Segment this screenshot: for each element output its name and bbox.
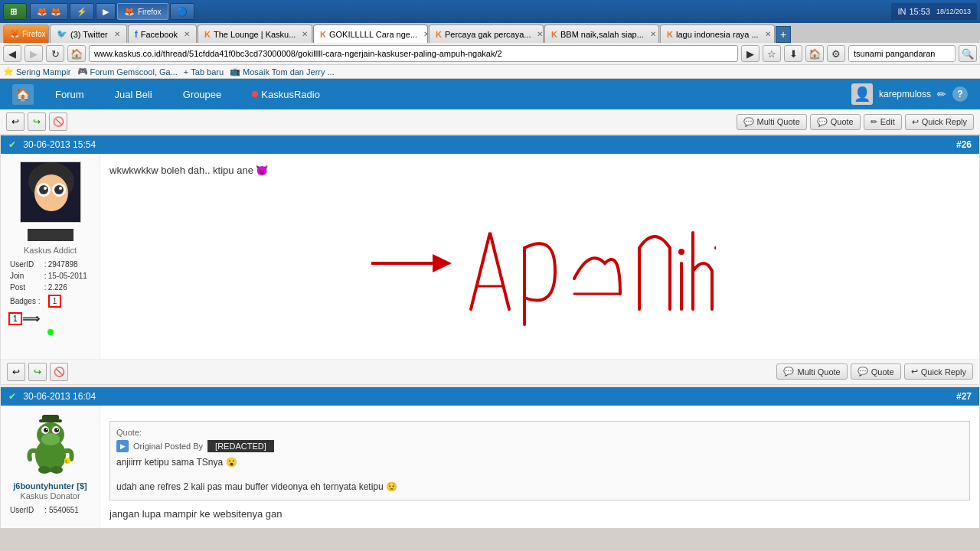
post-26-actions-bottom: ↩ ↪ 🚫 💬 Multi Quote 💬 Quote ↩ Qu — [1, 359, 979, 384]
start-button[interactable]: ⊞ — [3, 3, 27, 20]
quote-p26-button[interactable]: 💬 Quote — [851, 364, 901, 380]
qr-p26-icon: ↩ — [911, 367, 918, 377]
nav-kaskus-radio[interactable]: KaskusRadio — [243, 84, 329, 105]
multi-quote-top-label: Multi Quote — [757, 117, 800, 126]
svg-marker-10 — [433, 254, 452, 272]
top-action-bar: ↩ ↪ 🚫 💬 Multi Quote 💬 Quote ✏ Edit — [0, 109, 980, 135]
reload-button[interactable]: ↻ — [46, 45, 64, 62]
bookmark-label-2: Forum Gemscool, Ga... — [90, 67, 178, 77]
reply-icon-p26[interactable]: ↩ — [7, 363, 25, 381]
nav-jual-beli[interactable]: Jual Beli — [106, 84, 162, 105]
firefox-tab-label: Firefox — [22, 30, 46, 38]
dislike-icon-p26[interactable]: 🚫 — [50, 363, 68, 381]
gokil-tab-icon: K — [320, 30, 326, 39]
bookmark-gemscool[interactable]: 🎮 Forum Gemscool, Ga... — [77, 67, 178, 77]
nav-forum[interactable]: Forum — [46, 84, 93, 105]
nav-groupee[interactable]: Groupee — [174, 84, 231, 105]
tab-close-percaya[interactable]: ✕ — [537, 30, 543, 38]
tab-close-twitter[interactable]: ✕ — [114, 30, 120, 38]
windows-logo: ⊞ — [10, 7, 17, 17]
quick-reply-p26-button[interactable]: ↩ Quick Reply — [904, 364, 973, 380]
search-go-button[interactable]: 🔍 — [959, 45, 977, 62]
svg-point-8 — [59, 187, 62, 190]
tab-close-gokil[interactable]: ✕ — [423, 30, 428, 38]
remove-icon-btn[interactable]: 🚫 — [49, 112, 67, 131]
taskbar-firefox-label: 🦊 — [51, 7, 61, 17]
userid-label-27: UserID — [10, 505, 43, 515]
quick-reply-top-button[interactable]: ↩ Quick Reply — [905, 114, 974, 130]
search-input[interactable] — [848, 45, 956, 62]
twitter-tab-label: (3) Twitter — [70, 30, 108, 39]
home-nav-button[interactable]: 🏠 — [805, 45, 824, 62]
bookmark-icon-4: 📺 — [230, 67, 240, 77]
back-button[interactable]: ◀ — [3, 45, 21, 62]
browser-window: ⊞ 🦊 🦊 ⚡ ▶ 🦊 Firefox 🔵 IN 15:53 — [0, 0, 980, 528]
download-button[interactable]: ⬇ — [784, 45, 802, 62]
post-27-number: #27 — [956, 391, 972, 402]
kaskus-home-button[interactable]: 🏠 — [12, 84, 34, 105]
q-p26-label: Quote — [871, 367, 894, 377]
browser-label: Firefox — [138, 8, 162, 16]
quote-arrow-icon: ▶ — [116, 440, 129, 452]
post-26-sidebar: Kaskus Addict UserID : 2947898 Join : 15… — [1, 154, 100, 359]
tab-bbm[interactable]: K BBM naik,salah siap... ✕ — [544, 24, 659, 43]
username-27[interactable]: j6bountyhunter [$] — [8, 481, 92, 491]
taskbar-item-firefox[interactable]: 🦊 🦊 — [30, 3, 68, 20]
tab-close-lounge[interactable]: ✕ — [302, 30, 308, 38]
tab-twitter[interactable]: 🐦 (3) Twitter ✕ — [50, 24, 127, 43]
tab-close-lagu[interactable]: ✕ — [765, 30, 771, 38]
new-tab-button[interactable]: + — [776, 26, 791, 43]
thumbup-icon-btn[interactable]: ↪ — [28, 112, 46, 131]
taskbar-item-browser[interactable]: 🦊 Firefox — [117, 3, 168, 20]
post-26-icons-left: ↩ ↪ 🚫 — [7, 363, 68, 381]
tab-percaya[interactable]: K Percaya gak percaya... ✕ — [429, 24, 544, 43]
avatar-svg — [21, 162, 81, 223]
taskbar-item-hippo[interactable]: ⚡ — [70, 3, 94, 20]
multi-quote-top-button[interactable]: 💬 Multi Quote — [737, 114, 807, 130]
tab-close-bbm[interactable]: ✕ — [650, 30, 656, 38]
post-27-sidebar: $ j6bountyhunter [$] Kaskus Donator User… — [1, 406, 100, 528]
edit-profile-icon[interactable]: ✏ — [937, 88, 946, 100]
bookmark-sering-mampir[interactable]: ⭐ Sering Mampir — [3, 67, 71, 77]
home-button[interactable]: 🏠 — [67, 45, 86, 62]
bookmark-label-4: Mosaik Tom dan Jerry ... — [243, 67, 335, 77]
reply-icon-btn[interactable]: ↩ — [6, 112, 24, 131]
post-val-26: 2.226 — [48, 282, 90, 292]
bookmark-icon-3: + — [184, 67, 188, 77]
bookmark-button[interactable]: ☆ — [763, 45, 781, 62]
bookmark-mosaik[interactable]: 📺 Mosaik Tom dan Jerry ... — [230, 67, 335, 77]
userid-label-26: UserID — [10, 259, 43, 269]
quote-text2-27: udah ane refres 2 kali pas mau buffer vi… — [116, 480, 963, 494]
gokil-tab-label: GOKILLLLL Cara nge... — [329, 30, 417, 39]
tab-gokil[interactable]: K GOKILLLLL Cara nge... ✕ — [313, 24, 428, 43]
go-button[interactable]: ▶ — [741, 45, 760, 62]
taskbar-item-media[interactable]: ▶ — [96, 3, 116, 20]
post-27-check: ✔ — [8, 391, 16, 402]
help-icon[interactable]: ? — [952, 86, 968, 102]
forward-button[interactable]: ▶ — [24, 45, 43, 62]
twitter-tab-icon: 🐦 — [57, 29, 67, 39]
multi-quote-p26-button[interactable]: 💬 Multi Quote — [776, 364, 847, 380]
tab-facebook[interactable]: f Facebook ✕ — [128, 24, 197, 43]
quick-reply-top-label: Quick Reply — [922, 117, 967, 126]
quote-top-button[interactable]: 💬 Quote — [810, 114, 861, 130]
post-27-header: ✔ 30-06-2013 16:04 #27 — [1, 387, 979, 406]
tools-button[interactable]: ⚙ — [827, 45, 845, 62]
tab-firefox[interactable]: 🦊 Firefox — [3, 24, 49, 43]
percaya-tab-icon: K — [436, 30, 442, 39]
post-26-check: ✔ — [8, 139, 16, 150]
quote-posted-by: Original Posted By — [133, 442, 203, 451]
tab-lounge[interactable]: K The Lounge | Kasku... ✕ — [198, 24, 312, 43]
bbm-tab-label: BBM naik,salah siap... — [560, 30, 644, 39]
tab-close-facebook[interactable]: ✕ — [184, 30, 190, 38]
like-icon-p26[interactable]: ↪ — [28, 363, 47, 381]
edit-top-button[interactable]: ✏ Edit — [864, 114, 902, 130]
post-label-26: Post — [10, 282, 43, 292]
tab-lagu[interactable]: K lagu indonesia raya ... ✕ — [660, 24, 775, 43]
address-input[interactable] — [89, 45, 738, 62]
badge-arrow-container: 1 ⟹ — [8, 311, 92, 326]
bookmark-tab-baru[interactable]: + Tab baru — [184, 67, 224, 77]
kaskus-username-header[interactable]: karepmuloss — [879, 89, 931, 99]
taskbar-item-chrome[interactable]: 🔵 — [170, 3, 194, 20]
quick-reply-top-icon: ↩ — [912, 117, 919, 127]
